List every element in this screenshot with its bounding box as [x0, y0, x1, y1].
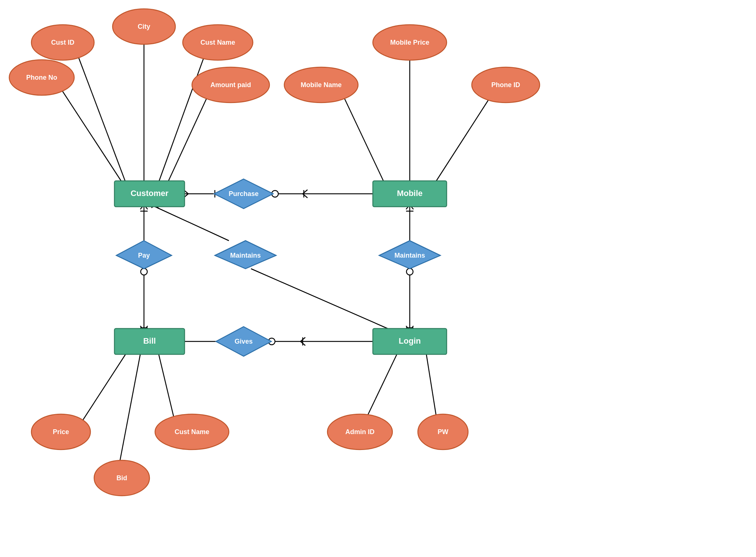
er-diagram: Customer Mobile Bill Login Purchase Pay … — [0, 0, 756, 557]
relationship-purchase-label: Purchase — [228, 190, 258, 197]
attribute-amount-paid-label: Amount paid — [210, 81, 251, 89]
attribute-pw-label: PW — [438, 428, 449, 436]
relationship-maintains-left-label: Maintains — [230, 252, 261, 259]
diagram-svg: Customer Mobile Bill Login Purchase Pay … — [0, 0, 756, 557]
attribute-price-label: Price — [53, 428, 69, 436]
attribute-bid-label: Bid — [117, 474, 127, 482]
entity-mobile-label: Mobile — [397, 189, 423, 198]
attribute-mobile-price-label: Mobile Price — [390, 39, 429, 46]
attribute-admin-id-label: Admin ID — [346, 428, 375, 436]
relationship-gives-label: Gives — [234, 338, 252, 345]
entity-bill-label: Bill — [143, 336, 156, 345]
svg-point-25 — [141, 268, 147, 275]
attribute-phone-no-label: Phone No — [26, 74, 57, 81]
relationship-pay-label: Pay — [138, 252, 150, 259]
svg-point-38 — [406, 268, 413, 275]
attribute-bill-cust-name-label: Cust Name — [175, 428, 209, 436]
entity-customer-label: Customer — [131, 189, 169, 198]
attribute-mobile-name-label: Mobile Name — [300, 81, 341, 89]
attribute-cust-id-label: Cust ID — [51, 39, 75, 46]
entity-login-label: Login — [399, 336, 421, 345]
attribute-city-label: City — [138, 23, 150, 30]
attribute-cust-name-label: Cust Name — [200, 39, 235, 46]
relationship-maintains-right-label: Maintains — [394, 252, 425, 259]
attribute-phone-id-label: Phone ID — [491, 81, 520, 89]
